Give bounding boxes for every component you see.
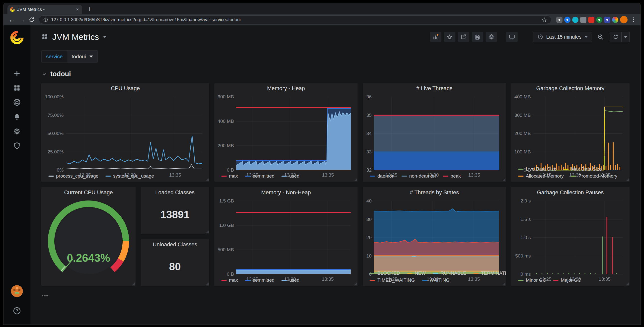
time-picker[interactable]: Last 15 minutes <box>533 32 592 42</box>
legend-item[interactable]: used <box>282 277 299 284</box>
legend-swatch-icon <box>433 273 438 274</box>
memory-non-heap-chart[interactable]: 0 B500 MB1.0 GB1.5 GB13:2513:3013:35 <box>216 198 356 276</box>
panel-title[interactable]: Memory - Non-Heap <box>214 187 358 198</box>
extension-icon[interactable] <box>588 17 594 23</box>
stat-column: Loaded Classes 13891 Unloaded Classes 80 <box>140 187 209 286</box>
panel-title[interactable]: # Live Threads <box>362 83 506 94</box>
site-info-icon[interactable] <box>43 17 48 22</box>
legend-item[interactable]: Allocated Memory <box>518 173 564 180</box>
clock-icon <box>537 34 543 40</box>
save-dashboard-button[interactable] <box>472 32 483 42</box>
legend-item[interactable]: Major GC <box>553 277 581 284</box>
user-avatar[interactable] <box>11 285 23 297</box>
share-dashboard-button[interactable] <box>458 32 469 42</box>
legend-item[interactable]: WAITING <box>422 277 450 284</box>
legend-item[interactable]: used <box>282 173 299 180</box>
extension-icon[interactable] <box>604 17 610 23</box>
legend-item[interactable]: committed <box>245 173 275 180</box>
sidebar-item-explore[interactable] <box>9 95 25 110</box>
refresh-interval-dropdown[interactable] <box>622 32 630 42</box>
legend-item[interactable]: TERMINATED <box>473 270 506 277</box>
browser-menu-icon[interactable] <box>630 17 636 23</box>
svg-text:100 MB: 100 MB <box>514 149 530 154</box>
panel-title[interactable]: Loaded Classes <box>140 187 209 198</box>
legend-item[interactable]: max <box>221 173 238 180</box>
dashboard-settings-button[interactable] <box>486 32 497 42</box>
dashboard-title-caret-icon[interactable] <box>103 36 106 38</box>
browser-tab[interactable]: JVM Metrics - × <box>8 5 82 14</box>
legend-item[interactable]: Max Data Size <box>563 166 602 173</box>
legend-item[interactable]: process_cpu_usage <box>48 173 98 180</box>
add-panel-button[interactable] <box>430 32 442 42</box>
panel-title[interactable]: CPU Usage <box>41 83 209 94</box>
profile-avatar[interactable] <box>620 16 628 23</box>
panel-title[interactable]: Current CPU Usage <box>41 187 136 198</box>
row-header-todoui[interactable]: todoui <box>30 63 640 78</box>
cpu-usage-chart[interactable]: 0%25.00%50.00%75.00%100.00%13:2513:3013:… <box>43 94 207 172</box>
extension-icon[interactable] <box>580 17 586 23</box>
back-button[interactable]: ← <box>8 15 16 24</box>
variable-service: service todoui <box>41 50 98 63</box>
legend-item[interactable]: Live Data Size <box>518 166 556 173</box>
panel-title[interactable]: # Threads by States <box>362 187 506 198</box>
extension-icon[interactable] <box>556 17 562 23</box>
panel-title[interactable]: Garbage Collection Pauses <box>511 187 630 198</box>
legend-item[interactable]: daemon <box>370 173 394 180</box>
legend-item[interactable]: TIMED_WAITING <box>370 277 415 284</box>
panel-live-threads: # Live Threads 323334353613:2513:3013:35… <box>362 83 506 182</box>
legend-item[interactable]: peak <box>443 173 461 180</box>
gc-pauses-chart[interactable]: 0 ms500 ms1.0 s1.5 s2.0 s13:2513:3013:35 <box>513 198 628 276</box>
star-dashboard-button[interactable] <box>444 32 455 42</box>
legend-item[interactable]: RUNNABLE <box>433 270 466 277</box>
legend-item[interactable]: non-deamon <box>402 173 436 180</box>
chart-legend: Minor GCMajor GC <box>511 276 630 286</box>
variable-value-dropdown[interactable]: todoui <box>67 50 98 62</box>
legend-item[interactable]: Promoted Memory <box>571 173 617 180</box>
sidebar-item-create[interactable] <box>9 66 25 81</box>
forward-button[interactable]: → <box>18 15 26 24</box>
cpu-gauge[interactable]: 0.2643% <box>41 198 136 286</box>
refresh-controls <box>610 32 630 42</box>
sidebar-item-server-admin[interactable] <box>9 138 25 153</box>
live-threads-chart[interactable]: 323334353613:2513:3013:35 <box>364 94 504 172</box>
extension-icon[interactable] <box>564 17 570 23</box>
reload-button[interactable] <box>28 16 35 23</box>
legend-item[interactable]: Minor GC <box>518 277 546 284</box>
extension-icon[interactable] <box>572 17 578 23</box>
sidebar-item-configuration[interactable] <box>9 124 25 138</box>
tab-title: JVM Metrics - <box>17 7 73 12</box>
panel-title[interactable]: Memory - Heap <box>214 83 358 94</box>
address-bar[interactable]: 127.0.0.1:3002/d/D65bST8iz/jvm-metrics?o… <box>39 15 551 24</box>
svg-text:33: 33 <box>366 149 372 154</box>
memory-heap-chart[interactable]: 0 B200 MB400 MB600 MB13:2513:3013:35 <box>216 94 356 172</box>
extension-icon[interactable] <box>596 17 602 23</box>
extension-icon[interactable] <box>612 17 618 23</box>
legend-item[interactable]: max <box>221 277 238 284</box>
grafana-logo[interactable] <box>10 30 24 45</box>
legend-item[interactable]: system_cpu_usage <box>106 173 154 180</box>
legend-item[interactable]: NEW <box>407 270 426 277</box>
sidebar-item-dashboards[interactable] <box>9 81 25 95</box>
legend-item[interactable]: committed <box>245 277 275 284</box>
bookmark-star-icon[interactable] <box>542 17 547 22</box>
question-icon: ? <box>13 307 21 315</box>
legend-label: WAITING <box>430 277 450 284</box>
svg-text:1.5 s: 1.5 s <box>520 217 530 222</box>
help-button[interactable]: ? <box>9 304 25 318</box>
browser-window: JVM Metrics - × + ← → 127.0.0.1:3002/d/D… <box>4 3 640 325</box>
legend-swatch-icon <box>407 273 412 274</box>
panel-title[interactable]: Garbage Collection Memory <box>511 83 630 94</box>
gc-memory-chart[interactable]: 0 B100 MB200 MB300 MB400 MB13:2513:3013:… <box>513 94 628 165</box>
refresh-button[interactable] <box>610 32 622 42</box>
panel-title[interactable]: Unloaded Classes <box>140 239 209 250</box>
sidebar-item-alerting[interactable] <box>9 110 25 124</box>
dashboard-title[interactable]: JVM Metrics <box>52 32 99 42</box>
legend-item[interactable]: BLOCKED <box>370 270 400 277</box>
tab-close-icon[interactable]: × <box>75 7 80 12</box>
chart-legend: Live Data SizeMax Data SizeAllocated Mem… <box>511 165 630 182</box>
url-text[interactable]: 127.0.0.1:3002/d/D65bST8iz/jvm-metrics?o… <box>51 17 538 22</box>
cycle-view-button[interactable] <box>506 32 518 42</box>
zoom-out-button[interactable] <box>595 32 606 42</box>
new-tab-button[interactable]: + <box>85 5 94 13</box>
threads-by-states-chart[interactable]: 01020304013:2513:3013:35 <box>364 198 504 269</box>
